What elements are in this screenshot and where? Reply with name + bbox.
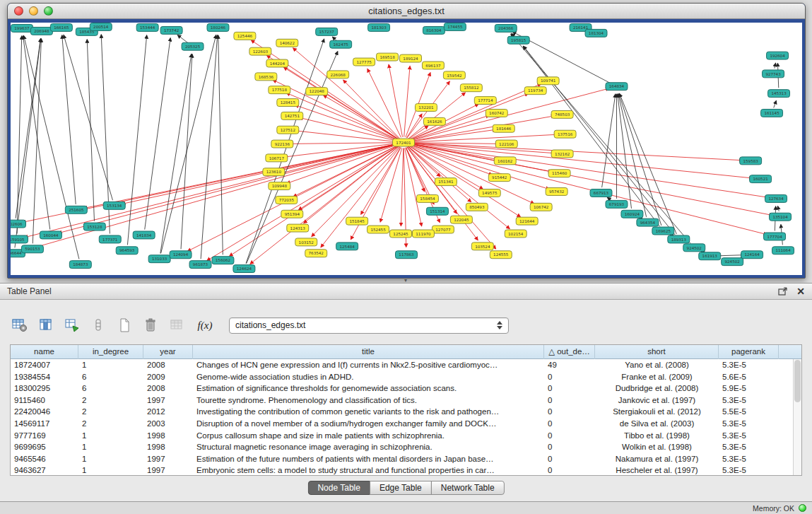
cell-short[interactable]: Nakamura et al. (1997)	[595, 453, 719, 465]
table-row[interactable]: 977716911998Corpus callosum shape and si…	[11, 430, 793, 442]
network-node[interactable]: 132162	[551, 150, 573, 158]
tab-node-table[interactable]: Node Table	[307, 481, 370, 495]
cell-in_degree[interactable]: 1	[78, 441, 143, 453]
column-header-short[interactable]: short	[595, 345, 719, 359]
network-node-hub[interactable]: 172401	[393, 139, 415, 146]
network-node[interactable]: 195815	[507, 36, 529, 44]
network-node[interactable]: 106717	[266, 154, 288, 162]
network-node[interactable]: 137516	[554, 130, 576, 138]
cell-year[interactable]: 2012	[143, 406, 193, 418]
network-node[interactable]: 127634	[765, 194, 787, 202]
network-node[interactable]: 679193	[606, 200, 628, 208]
network-node[interactable]: 122045	[450, 216, 472, 223]
network-node[interactable]: 181303	[368, 23, 390, 31]
memory-status-indicator[interactable]	[799, 504, 806, 512]
cell-title[interactable]: Structural magnetic resonance image aver…	[193, 441, 544, 453]
table-row[interactable]: 1872400712008Changes of HCN gene express…	[11, 359, 793, 371]
network-node[interactable]: 103524	[471, 243, 493, 250]
network-node[interactable]: 202606	[11, 220, 25, 228]
network-node[interactable]: 189313	[668, 235, 690, 243]
zoom-window-button[interactable]	[44, 6, 53, 16]
cell-title[interactable]: Investigating the contribution of common…	[193, 406, 544, 418]
network-node[interactable]: 177371	[99, 235, 121, 243]
cell-year[interactable]: 2008	[143, 359, 193, 371]
cell-year[interactable]: 1997	[143, 453, 193, 465]
network-node[interactable]: 103152	[295, 238, 317, 246]
network-node[interactable]: 109741	[537, 77, 559, 85]
network-node[interactable]: 153128	[83, 223, 105, 230]
network-node[interactable]: 964354	[637, 218, 659, 226]
column-header-in_degree[interactable]: in_degree	[78, 345, 143, 359]
column-header-name[interactable]: name	[11, 345, 78, 359]
network-node[interactable]: 160044	[40, 231, 61, 239]
network-node[interactable]: 159542	[443, 71, 465, 79]
network-node[interactable]: 122048	[306, 88, 328, 95]
cell-short[interactable]: Stergiakouli et al. (2012)	[595, 406, 719, 418]
column-header-pagerank[interactable]: pagerank	[719, 345, 779, 359]
network-node[interactable]: 200514	[90, 23, 112, 30]
network-node[interactable]: 142751	[281, 112, 303, 119]
network-node[interactable]: 696137	[422, 62, 444, 69]
network-node[interactable]: 160521	[750, 175, 772, 183]
network-node[interactable]: 140622	[276, 39, 298, 47]
cell-year[interactable]: 2008	[143, 382, 193, 395]
network-node[interactable]: 111064	[772, 247, 794, 255]
network-node[interactable]: 161626	[423, 117, 445, 125]
cell-name[interactable]: 9777169	[11, 430, 78, 442]
network-node[interactable]: 124555	[490, 251, 512, 259]
cell-name[interactable]: 14569117	[11, 418, 78, 430]
minimize-window-button[interactable]	[29, 6, 38, 16]
cell-in_degree[interactable]: 1	[78, 453, 143, 465]
cell-year[interactable]: 1997	[143, 465, 193, 475]
cell-name[interactable]: 22420046	[11, 406, 78, 418]
network-node[interactable]: 924502	[683, 244, 705, 252]
cell-title[interactable]: Genome-wide association studies in ADHD.	[193, 371, 544, 383]
cell-name[interactable]: 18724007	[11, 359, 78, 371]
cell-pagerank[interactable]: 5.5E-5	[719, 406, 779, 418]
network-node[interactable]: 199637	[11, 24, 33, 32]
network-node[interactable]: 164834	[606, 83, 628, 90]
network-node[interactable]: 109948	[269, 182, 290, 190]
cell-in_degree[interactable]: 1	[78, 465, 143, 475]
network-node[interactable]: 124094	[170, 251, 192, 259]
network-node[interactable]: 102154	[505, 230, 526, 238]
network-node[interactable]: 117863	[396, 251, 418, 259]
network-node[interactable]: 159583	[740, 157, 762, 165]
cell-pagerank[interactable]: 5.6E-5	[719, 371, 779, 383]
network-canvas[interactable]: 1996372069481661651854352005141534441737…	[11, 23, 802, 275]
network-node[interactable]: 850493	[466, 203, 488, 211]
network-node[interactable]: 590153	[21, 245, 43, 253]
cell-name[interactable]: 9463627	[11, 465, 78, 475]
network-node[interactable]: 135104	[770, 213, 792, 221]
network-node[interactable]: 149575	[478, 189, 500, 197]
network-node[interactable]: 157237	[316, 28, 338, 35]
network-node[interactable]: 158454	[416, 194, 438, 202]
cell-out_de[interactable]: 0	[544, 395, 595, 407]
network-node[interactable]: 125446	[234, 32, 256, 40]
cell-in_degree[interactable]: 2	[78, 406, 143, 418]
network-node[interactable]: 106742	[530, 203, 552, 211]
network-node[interactable]: 153444	[136, 23, 158, 31]
network-node[interactable]: 174455	[444, 23, 466, 30]
cell-short[interactable]: Hescheler et al. (1997)	[595, 465, 719, 475]
network-node[interactable]: 128415	[277, 99, 299, 107]
tab-edge-table[interactable]: Edge Table	[370, 481, 432, 495]
network-node[interactable]: 168536	[255, 73, 277, 81]
create-column-icon[interactable]	[116, 317, 133, 334]
cell-pagerank[interactable]: 5.3E-5	[719, 465, 779, 475]
network-node[interactable]: 132201	[415, 104, 437, 112]
network-node[interactable]: 119734	[524, 87, 546, 95]
network-node[interactable]: 125484	[336, 243, 358, 250]
cell-in_degree[interactable]: 1	[78, 430, 143, 442]
network-node[interactable]: 141834	[133, 231, 155, 239]
network-node[interactable]: 121644	[516, 217, 538, 225]
network-node[interactable]: 131033	[148, 255, 170, 263]
network-node[interactable]: 162475	[330, 40, 352, 48]
network-node[interactable]: 927743	[763, 70, 784, 78]
column-header-year[interactable]: year	[143, 345, 193, 359]
network-node[interactable]: 177518	[269, 86, 290, 94]
table-row[interactable]: 911546021997Tourette syndrome. Phenomeno…	[11, 395, 793, 407]
cell-year[interactable]: 2003	[143, 418, 193, 430]
network-node[interactable]: 748503	[551, 110, 573, 118]
network-node[interactable]: 161913	[699, 252, 721, 260]
